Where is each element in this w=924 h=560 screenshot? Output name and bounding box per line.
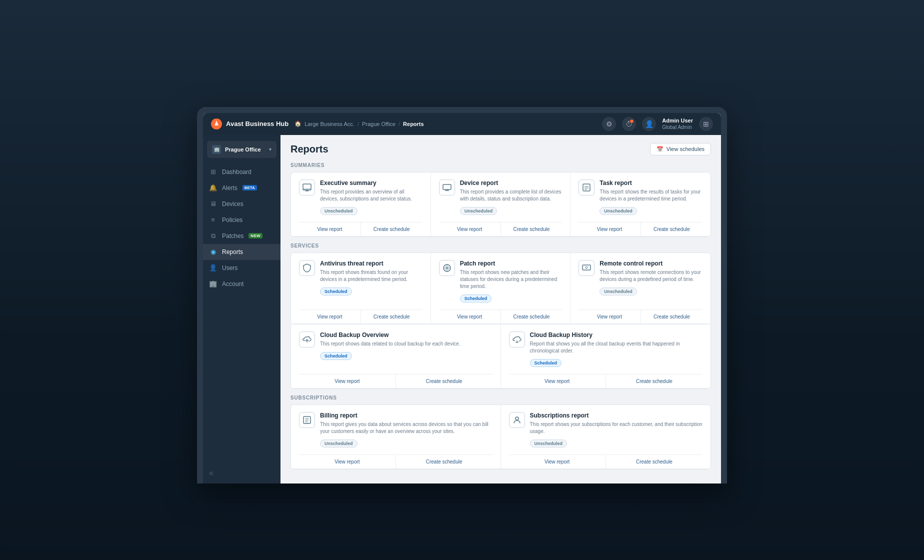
breadcrumb-home-icon: 🏠 bbox=[294, 120, 302, 127]
cloud-backup-overview-view-btn[interactable]: View report bbox=[299, 374, 396, 388]
subscriptions-report-name: Subscriptions report bbox=[530, 412, 703, 419]
sidebar-item-alerts[interactable]: 🔔 Alerts BETA bbox=[203, 180, 280, 196]
task-report-name: Task report bbox=[600, 180, 702, 186]
task-report-status: Unscheduled bbox=[600, 207, 637, 215]
view-schedules-button[interactable]: 📅 View schedules bbox=[650, 143, 711, 156]
sidebar-item-dashboard-label: Dashboard bbox=[222, 168, 252, 176]
executive-summary-name: Executive summary bbox=[320, 180, 422, 186]
user-icon[interactable]: 👤 bbox=[642, 117, 656, 131]
report-card-info: Executive summary This report provides a… bbox=[320, 180, 422, 219]
antivirus-threat-desc: This report shows threats found on your … bbox=[320, 269, 422, 283]
patches-icon: ⧉ bbox=[209, 232, 217, 240]
report-card-top: Executive summary This report provides a… bbox=[299, 180, 422, 219]
subscriptions-section-label: SUBSCRIPTIONS bbox=[290, 395, 711, 400]
device-report-schedule-btn[interactable]: Create schedule bbox=[501, 222, 562, 236]
sidebar-collapse-button[interactable]: « bbox=[203, 462, 280, 484]
sidebar-item-users[interactable]: 👤 Users bbox=[203, 260, 280, 276]
remote-control-name: Remote control report bbox=[600, 260, 702, 267]
sidebar-item-dashboard[interactable]: ⊞ Dashboard bbox=[203, 164, 280, 180]
report-card-info: Subscriptions report This report shows y… bbox=[530, 412, 703, 452]
subscriptions-report-actions: View report Create schedule bbox=[509, 454, 703, 468]
report-card-info: Patch report This report shows new patch… bbox=[460, 260, 562, 306]
svg-rect-8 bbox=[583, 184, 590, 191]
patch-report-schedule-btn[interactable]: Create schedule bbox=[501, 310, 562, 324]
cloud-backup-history-view-btn[interactable]: View report bbox=[509, 374, 606, 388]
alerts-icon: 🔔 bbox=[209, 184, 217, 192]
settings-icon[interactable]: ⚙ bbox=[602, 117, 616, 131]
sidebar-item-account-label: Account bbox=[222, 280, 244, 288]
device-report-name: Device report bbox=[460, 180, 562, 186]
report-card-top: Cloud Backup History Report that shows y… bbox=[509, 332, 703, 371]
sidebar-item-reports[interactable]: ◉ Reports bbox=[203, 244, 280, 260]
sidebar-item-patches-label: Patches bbox=[222, 232, 244, 240]
subscriptions-report-view-btn[interactable]: View report bbox=[509, 455, 606, 468]
alerts-beta-badge: BETA bbox=[242, 185, 257, 190]
task-report-view-btn[interactable]: View report bbox=[578, 222, 640, 236]
billing-report-view-btn[interactable]: View report bbox=[299, 455, 396, 468]
antivirus-threat-schedule-btn[interactable]: Create schedule bbox=[361, 310, 422, 324]
sidebar-item-alerts-label: Alerts bbox=[222, 184, 238, 192]
logo-area: Avast Business Hub bbox=[211, 118, 288, 130]
billing-report-status: Unscheduled bbox=[320, 440, 358, 448]
cloud-backup-history-schedule-btn[interactable]: Create schedule bbox=[606, 374, 702, 388]
cloud-backup-overview-schedule-btn[interactable]: Create schedule bbox=[396, 374, 492, 388]
report-card-top: Task report This report shows the result… bbox=[578, 180, 702, 219]
breadcrumb-sep2: / bbox=[398, 121, 400, 127]
billing-report-actions: View report Create schedule bbox=[299, 454, 492, 468]
breadcrumb-sep1: / bbox=[358, 121, 359, 127]
antivirus-threat-view-btn[interactable]: View report bbox=[299, 310, 361, 324]
report-card-billing-report: Billing report This report gives you dat… bbox=[291, 405, 501, 469]
services-section-label: SERVICES bbox=[290, 243, 711, 248]
report-card-patch-report: Patch report This report shows new patch… bbox=[431, 253, 571, 324]
content-area: Reports 📅 View schedules SUMMARIES bbox=[280, 135, 721, 484]
report-card-top: Subscriptions report This report shows y… bbox=[509, 412, 703, 452]
billing-report-schedule-btn[interactable]: Create schedule bbox=[396, 455, 492, 468]
breadcrumb: 🏠 Large Business Acc. / Prague Office / … bbox=[294, 120, 596, 127]
remote-control-view-btn[interactable]: View report bbox=[578, 310, 640, 324]
cloud-backup-history-status: Scheduled bbox=[530, 359, 562, 367]
cloud-backup-overview-status: Scheduled bbox=[320, 352, 352, 360]
billing-report-name: Billing report bbox=[320, 412, 492, 419]
sidebar-item-account[interactable]: 🏢 Account bbox=[203, 276, 280, 292]
patches-new-badge: NEW bbox=[248, 233, 262, 238]
task-report-schedule-btn[interactable]: Create schedule bbox=[641, 222, 702, 236]
grid-icon[interactable]: ⊞ bbox=[699, 117, 713, 131]
user-info: Admin User Global Admin bbox=[662, 117, 693, 130]
device-report-desc: This report provides a complete list of … bbox=[460, 188, 562, 202]
sidebar-org-arrow: ▾ bbox=[269, 146, 272, 152]
cloud-backup-overview-name: Cloud Backup Overview bbox=[320, 332, 492, 338]
subscriptions-report-status: Unscheduled bbox=[530, 440, 568, 448]
sidebar-item-patches[interactable]: ⧉ Patches NEW bbox=[203, 228, 280, 244]
sidebar-item-policies[interactable]: ≡ Policies bbox=[203, 212, 280, 228]
notifications-icon[interactable]: ⏱ bbox=[622, 117, 636, 131]
sidebar-item-policies-label: Policies bbox=[222, 216, 242, 224]
services-grid-row1: Antivirus threat report This report show… bbox=[290, 252, 711, 324]
task-report-desc: This report shows the results of tasks f… bbox=[600, 188, 702, 202]
executive-summary-desc: This report provides an overview of all … bbox=[320, 188, 422, 202]
content-header: Reports 📅 View schedules bbox=[290, 143, 711, 156]
avast-logo-icon bbox=[211, 118, 222, 130]
report-card-info: Cloud Backup History Report that shows y… bbox=[530, 332, 703, 371]
executive-summary-view-btn[interactable]: View report bbox=[299, 222, 361, 236]
top-bar-right: ⚙ ⏱ 👤 Admin User Global Admin ⊞ bbox=[602, 117, 713, 131]
user-role: Global Admin bbox=[662, 124, 693, 130]
view-schedules-label: View schedules bbox=[666, 146, 704, 152]
services-grid-row2: Cloud Backup Overview This report shows … bbox=[290, 324, 711, 389]
summaries-section-label: SUMMARIES bbox=[290, 162, 711, 168]
svg-rect-18 bbox=[305, 422, 309, 423]
report-card-remote-control: Remote control report This report shows … bbox=[570, 253, 710, 324]
patch-report-desc: This report shows new patches and their … bbox=[460, 269, 562, 290]
subscriptions-report-schedule-btn[interactable]: Create schedule bbox=[606, 455, 702, 468]
report-card-cloud-backup-history: Cloud Backup History Report that shows y… bbox=[501, 324, 711, 388]
cloud-backup-overview-actions: View report Create schedule bbox=[299, 374, 492, 388]
antivirus-threat-icon bbox=[299, 260, 315, 276]
devices-icon: 🖥 bbox=[209, 200, 217, 208]
patch-report-view-btn[interactable]: View report bbox=[439, 310, 501, 324]
executive-summary-schedule-btn[interactable]: Create schedule bbox=[361, 222, 422, 236]
sidebar-item-devices[interactable]: 🖥 Devices bbox=[203, 196, 280, 212]
remote-control-schedule-btn[interactable]: Create schedule bbox=[641, 310, 702, 324]
device-report-view-btn[interactable]: View report bbox=[439, 222, 501, 236]
sidebar-org-selector[interactable]: 🏢 Prague Office ▾ bbox=[207, 141, 276, 158]
remote-control-actions: View report Create schedule bbox=[578, 310, 702, 324]
users-icon: 👤 bbox=[209, 264, 217, 272]
